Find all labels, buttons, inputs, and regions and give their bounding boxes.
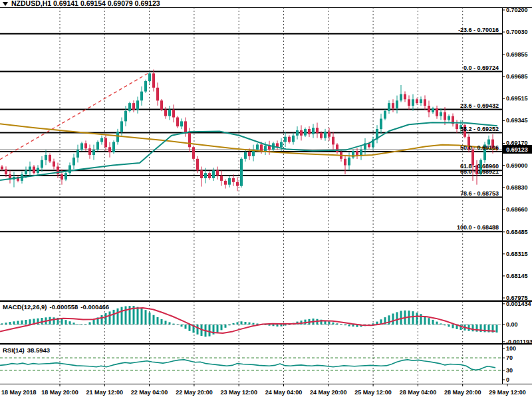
candle-body [400, 94, 402, 101]
price-axis-label: 0.69000 [506, 162, 528, 169]
candle-body [388, 103, 390, 111]
chart-title-ohlc: NZDUSD,H1 0.69141 0.69154 0.69079 0.6912… [11, 0, 160, 7]
candle-body [220, 176, 223, 181]
macd-histogram-bar [348, 325, 350, 327]
macd-histogram-bar [229, 325, 231, 325]
rsi-axis-label: 100 [506, 345, 516, 352]
candle-body [5, 169, 7, 174]
candle-body [292, 136, 295, 142]
candle-body [256, 144, 259, 150]
macd-histogram-bar [29, 319, 31, 325]
fib-level-label: -23.6 - 0.70016 [458, 27, 499, 33]
price-axis-label: 0.69515 [506, 95, 528, 102]
candle-body [288, 137, 291, 142]
fib-level-label: 100.0 - 0.68488 [457, 224, 499, 231]
macd-histogram-bar [145, 310, 147, 325]
candle-body [384, 111, 386, 119]
candle-body [444, 112, 446, 120]
price-axis-label: 0.68145 [506, 273, 528, 279]
macd-histogram-bar [396, 312, 398, 325]
candle-body [160, 100, 163, 110]
macd-histogram-bar [472, 325, 474, 331]
macd-histogram-bar [392, 314, 394, 325]
rsi-axis-label: 0 [506, 376, 509, 383]
price-axis-label: 0.69345 [506, 117, 528, 124]
macd-histogram-bar [221, 325, 223, 330]
candle-body [392, 103, 394, 108]
rsi-axis-label: 70 [506, 354, 513, 361]
price-axis-label: 0.69855 [506, 51, 528, 58]
candle-body [428, 106, 430, 112]
candle-body [420, 99, 422, 103]
macd-histogram-bar [225, 325, 227, 328]
macd-axis-label: 0.001434 [506, 301, 531, 307]
macd-histogram-bar [9, 322, 11, 325]
time-axis-label: 23 May 12:00 [220, 389, 257, 396]
macd-histogram-bar [352, 325, 354, 327]
macd-histogram-bar [440, 323, 442, 325]
macd-histogram-bar [412, 311, 414, 325]
macd-histogram-bar [81, 325, 83, 325]
candle-body [412, 99, 414, 106]
candle-body [148, 73, 151, 81]
main-chart-pane[interactable] [0, 7, 502, 300]
fib-level-label: 50.0 - 0.69106 [460, 144, 499, 151]
macd-main-value: -0.000558 [50, 303, 78, 311]
candle-body [33, 167, 35, 174]
macd-histogram-bar [89, 323, 91, 325]
candle-body [164, 110, 167, 116]
candle-body [196, 159, 199, 170]
macd-histogram-bar [400, 311, 402, 325]
candle-body [336, 144, 338, 152]
macd-histogram-bar [109, 311, 111, 325]
macd-histogram-bar [476, 325, 478, 332]
macd-histogram-bar [17, 321, 19, 325]
current-price-tag-text: 0.69123 [506, 146, 528, 153]
candle-body [208, 173, 211, 178]
macd-histogram-bar [161, 319, 163, 325]
candle-body [348, 158, 350, 166]
candle-body [192, 147, 195, 159]
candle-body [416, 99, 418, 103]
macd-histogram-bar [245, 322, 247, 325]
candle-body [72, 158, 75, 166]
candle-body [320, 133, 323, 138]
macd-histogram-bar [181, 325, 183, 327]
candle-body [380, 119, 382, 130]
candle-body [312, 128, 315, 134]
macd-histogram-bar [169, 323, 171, 325]
macd-histogram-bar [101, 315, 103, 325]
candle-body [136, 100, 139, 110]
candle-body [49, 155, 51, 162]
macd-indicator-label: MACD(12,26,9)-0.000558-0.000466 [3, 303, 109, 311]
macd-histogram-bar [257, 324, 259, 325]
candle-body [228, 178, 231, 185]
candle-body [308, 129, 311, 134]
candle-body [37, 168, 39, 173]
macd-histogram-bar [444, 325, 446, 325]
candle-body [240, 159, 243, 186]
macd-histogram-bar [452, 325, 454, 328]
time-axis-label: 18 May 20:00 [41, 389, 78, 396]
candle-body [264, 146, 267, 151]
macd-histogram-bar [153, 315, 155, 325]
time-axis-label: 28 May 20:00 [444, 389, 481, 396]
price-axis-label: 0.69685 [506, 73, 528, 80]
macd-histogram-bar [73, 323, 75, 325]
rsi-name: RSI(14) [3, 346, 25, 354]
macd-histogram-bar [249, 323, 251, 325]
macd-histogram-bar [121, 307, 123, 325]
macd-histogram-bar [388, 315, 390, 325]
chart-collapse-triangle-icon[interactable] [3, 2, 8, 6]
macd-histogram-bar [281, 325, 283, 327]
macd-histogram-bar [277, 325, 279, 327]
macd-histogram-bar [61, 319, 63, 325]
macd-histogram-bar [65, 320, 67, 325]
candle-body [440, 112, 442, 116]
candle-body [324, 132, 327, 138]
candle-body [45, 155, 47, 160]
fib-level-label: 38.2 - 0.69252 [460, 126, 499, 132]
time-axis-label: 25 May 12:00 [354, 389, 392, 396]
candle-body [100, 138, 103, 142]
price-axis-label: 0.70030 [506, 29, 528, 35]
